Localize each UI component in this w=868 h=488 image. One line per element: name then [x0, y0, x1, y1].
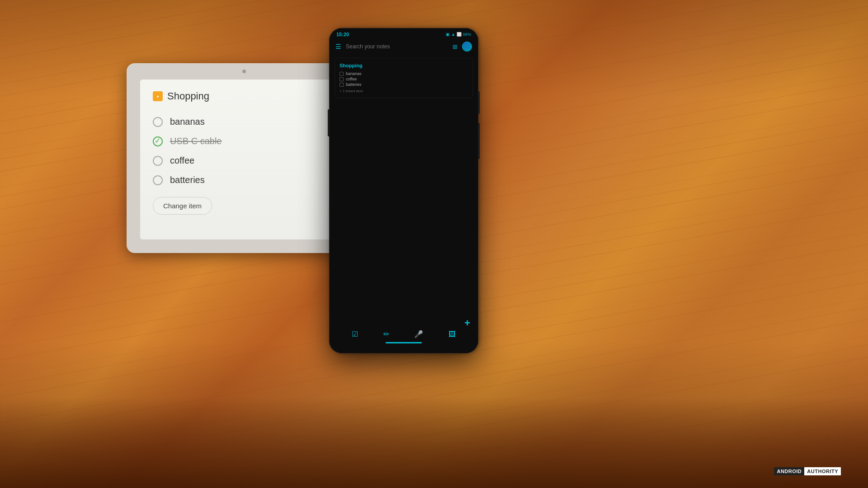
- phone-note-text-coffee: coffee: [346, 77, 357, 81]
- phone-nav-pencil-icon[interactable]: ✏: [383, 330, 389, 338]
- phone-note-ticked: + 1 ticked item: [340, 89, 468, 93]
- phone-screen: 15:20 ▣ ▲ ⬜ 66% ☰ Search your notes ⊞ Sh…: [330, 29, 477, 352]
- phone-nav-mic-icon[interactable]: 🎤: [414, 330, 423, 338]
- tablet-item-batteries[interactable]: batteries: [153, 170, 335, 190]
- phone-status-bar: 15:20 ▣ ▲ ⬜ 66%: [330, 29, 477, 39]
- tablet-checkbox-usbc[interactable]: [153, 136, 163, 146]
- phone-wifi-icon: ▲: [451, 32, 455, 37]
- phone-nav-checkbox-icon[interactable]: ☑: [352, 330, 358, 338]
- phone-signal-icon: ▣: [446, 32, 450, 37]
- phone-bottom-nav: + ☑ ✏ 🎤 🖼: [330, 323, 477, 352]
- watermark-android: ANDROID: [774, 467, 804, 475]
- phone-home-indicator: [386, 342, 422, 343]
- tablet-note-title: Shopping: [167, 90, 209, 102]
- phone-note-checkbox-batteries[interactable]: [340, 83, 344, 87]
- phone-battery-icon: ⬜: [457, 32, 462, 37]
- phone-note-text-bananas: bananas: [346, 71, 362, 76]
- tablet-item-text-bananas: bananas: [170, 117, 205, 127]
- phone-nav-image-icon[interactable]: 🖼: [448, 330, 456, 338]
- phone-volume-button[interactable]: [478, 123, 480, 159]
- phone-status-icons: ▣ ▲ ⬜ 66%: [446, 32, 471, 37]
- phone-time: 15:20: [336, 32, 349, 37]
- phone-left-button[interactable]: [328, 109, 329, 136]
- tablet-screen: ▪ Shopping bananas USB C cable coffee ba…: [140, 80, 348, 239]
- phone-note-card[interactable]: Shopping bananas coffee batteries + 1 ti…: [335, 58, 473, 98]
- tablet-checkbox-coffee[interactable]: [153, 156, 163, 166]
- shelf-shadow: [0, 398, 868, 488]
- tablet-note-icon: ▪: [153, 91, 163, 101]
- phone-battery-text: 66%: [463, 32, 471, 37]
- watermark-authority: AUTHORITY: [804, 467, 841, 475]
- phone-note-item-bananas[interactable]: bananas: [340, 71, 468, 76]
- tablet-item-bananas[interactable]: bananas: [153, 112, 335, 131]
- tablet-item-usbc[interactable]: USB C cable: [153, 131, 335, 151]
- phone-grid-icon[interactable]: ⊞: [453, 43, 458, 50]
- phone-note-item-batteries[interactable]: batteries: [340, 82, 468, 87]
- phone-note-item-coffee[interactable]: coffee: [340, 76, 468, 82]
- phone-note-text-batteries: batteries: [346, 82, 362, 87]
- tablet-checkbox-batteries[interactable]: [153, 175, 163, 185]
- phone-device: 15:20 ▣ ▲ ⬜ 66% ☰ Search your notes ⊞ Sh…: [329, 28, 478, 353]
- tablet-device: ▪ Shopping bananas USB C cable coffee ba…: [127, 63, 362, 253]
- change-item-button[interactable]: Change item: [153, 197, 212, 215]
- tablet-note-header: ▪ Shopping: [153, 90, 335, 102]
- tablet-item-text-coffee: coffee: [170, 155, 194, 166]
- phone-note-checkbox-bananas[interactable]: [340, 72, 344, 76]
- tablet-camera: [242, 70, 246, 73]
- phone-search-input[interactable]: Search your notes: [346, 43, 448, 50]
- phone-avatar[interactable]: [462, 42, 472, 52]
- phone-note-card-title: Shopping: [340, 63, 468, 68]
- tablet-item-text-batteries: batteries: [170, 175, 205, 185]
- phone-menu-icon[interactable]: ☰: [335, 43, 341, 50]
- phone-nav-icons: ☑ ✏ 🎤 🖼: [339, 327, 468, 338]
- watermark: ANDROID AUTHORITY: [774, 467, 841, 475]
- phone-note-checkbox-coffee[interactable]: [340, 77, 344, 81]
- tablet-checkbox-bananas[interactable]: [153, 117, 163, 127]
- phone-search-bar[interactable]: ☰ Search your notes ⊞: [330, 39, 477, 54]
- tablet-item-coffee[interactable]: coffee: [153, 151, 335, 170]
- tablet-app-screen: ▪ Shopping bananas USB C cable coffee ba…: [140, 80, 348, 239]
- phone-fab-button[interactable]: +: [464, 317, 470, 329]
- phone-power-button[interactable]: [478, 91, 480, 114]
- tablet-item-text-usbc: USB C cable: [170, 136, 222, 146]
